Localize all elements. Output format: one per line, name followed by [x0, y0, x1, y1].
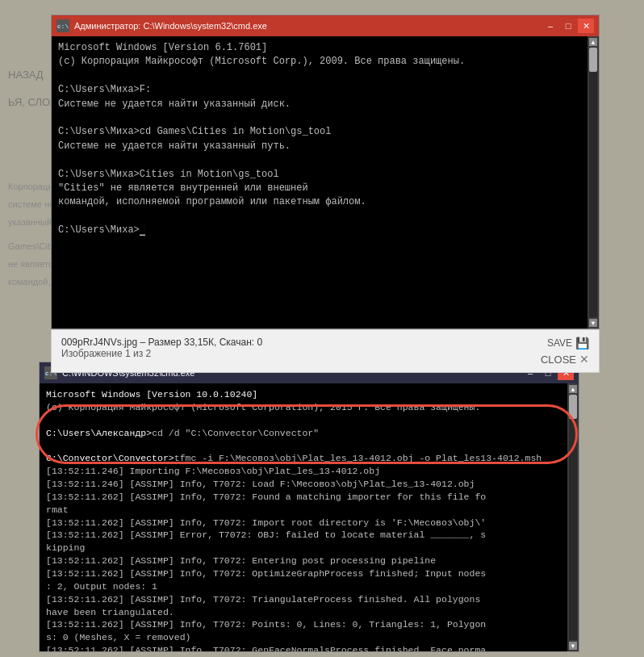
- top-scrollbar[interactable]: ▲ ▼: [588, 36, 599, 328]
- image-info: 009pRrJ4NVs.jpg – Размер 33,15К, Скачан:…: [61, 337, 262, 359]
- top-cmd-icon: c:\: [56, 19, 69, 32]
- close-icon: ✕: [579, 353, 589, 366]
- bottom-cmd-window: c:\ C:\WINDOWS\system32\cmd.exe – □ ✕ Mi…: [39, 362, 579, 652]
- close-label: CLOSE: [541, 354, 576, 366]
- image-filename-size: 009pRrJ4NVs.jpg – Размер 33,15К, Скачан:…: [61, 337, 262, 348]
- top-cmd-title: Администратор: C:\Windows\system32\cmd.e…: [74, 21, 542, 31]
- bottom-scroll-up[interactable]: ▲: [569, 385, 577, 393]
- save-icon: 💾: [575, 337, 589, 349]
- save-label: SAVE: [547, 337, 572, 349]
- image-size: Размер 33,15К, Скачан: 0: [148, 337, 262, 348]
- top-window-controls: – □ ✕: [542, 19, 594, 33]
- top-scroll-down[interactable]: ▼: [589, 319, 597, 327]
- bottom-cmd-body: Microsoft Windows [Version 10.0.10240] (…: [40, 383, 567, 651]
- top-maximize-button[interactable]: □: [560, 19, 576, 33]
- top-cmd-body: Microsoft Windows [Version 6.1.7601] (с)…: [52, 36, 588, 328]
- top-cmd-line-1: Microsoft Windows [Version 6.1.7601] (с)…: [58, 41, 581, 237]
- top-minimize-button[interactable]: –: [542, 19, 558, 33]
- save-button[interactable]: SAVE 💾: [547, 337, 589, 349]
- top-scroll-up[interactable]: ▲: [589, 38, 597, 46]
- image-buttons: SAVE 💾 CLOSE ✕: [541, 337, 589, 366]
- top-cmd-titlebar: c:\ Администратор: C:\Windows\system32\c…: [52, 15, 599, 36]
- image-dash: –: [140, 337, 148, 348]
- bottom-scroll-down[interactable]: ▼: [569, 642, 577, 650]
- bottom-scroll-track: [569, 395, 577, 640]
- image-viewer-bar: 009pRrJ4NVs.jpg – Размер 33,15К, Скачан:…: [51, 329, 600, 373]
- bottom-scrollbar[interactable]: ▲ ▼: [567, 383, 579, 651]
- top-close-button[interactable]: ✕: [578, 19, 594, 33]
- bottom-cmd-content-area: Microsoft Windows [Version 10.0.10240] (…: [40, 383, 579, 651]
- bottom-cmd-lines: Microsoft Windows [Version 10.0.10240] (…: [46, 388, 561, 651]
- close-button[interactable]: CLOSE ✕: [541, 353, 589, 366]
- top-cmd-content-area: Microsoft Windows [Version 6.1.7601] (с)…: [52, 36, 599, 328]
- top-scroll-thumb[interactable]: [589, 48, 597, 72]
- image-page-label: Изображение 1 из 2: [61, 348, 262, 359]
- top-scroll-track: [589, 48, 597, 317]
- image-filename: 009pRrJ4NVs.jpg: [61, 337, 137, 348]
- top-cmd-window: c:\ Администратор: C:\Windows\system32\c…: [51, 15, 600, 329]
- bottom-scroll-thumb[interactable]: [569, 395, 577, 419]
